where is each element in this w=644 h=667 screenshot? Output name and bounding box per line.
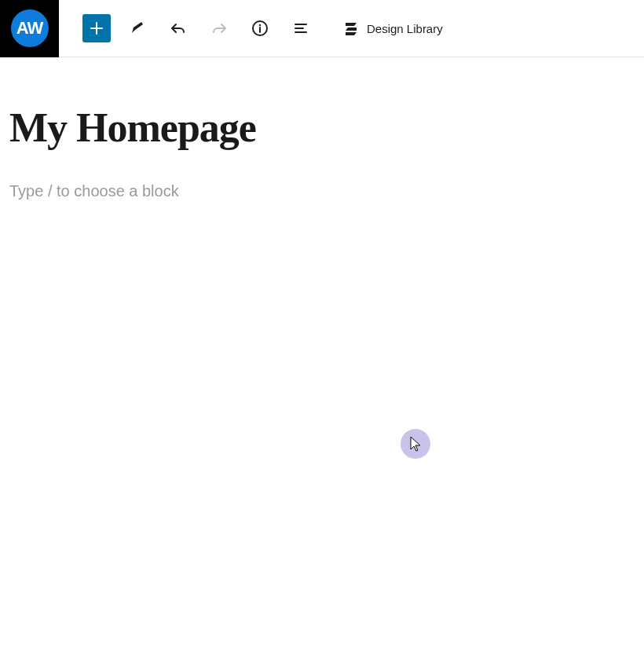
page-title[interactable]: My Homepage bbox=[9, 104, 635, 151]
design-library-button[interactable]: Design Library bbox=[327, 20, 443, 37]
logo-text: AW bbox=[16, 18, 42, 38]
block-placeholder[interactable]: Type / to choose a block bbox=[9, 182, 635, 200]
cursor-icon bbox=[408, 435, 423, 453]
plus-icon bbox=[87, 19, 106, 38]
editor-content: My Homepage Type / to choose a block bbox=[0, 57, 644, 200]
cursor-indicator bbox=[401, 429, 430, 459]
logo-container[interactable]: AW bbox=[0, 0, 59, 57]
edit-button[interactable] bbox=[123, 14, 152, 42]
stack-icon bbox=[343, 20, 359, 37]
toolbar-buttons: Design Library bbox=[59, 14, 443, 42]
editor-toolbar: AW bbox=[0, 0, 644, 57]
redo-button[interactable] bbox=[205, 14, 233, 42]
svg-point-1 bbox=[259, 24, 261, 26]
add-block-button[interactable] bbox=[82, 14, 111, 42]
aw-logo: AW bbox=[11, 9, 49, 47]
info-button[interactable] bbox=[246, 14, 274, 42]
design-library-label: Design Library bbox=[367, 22, 443, 35]
list-icon bbox=[291, 19, 310, 38]
info-icon bbox=[251, 19, 269, 38]
pencil-icon bbox=[128, 19, 147, 38]
undo-icon bbox=[169, 19, 188, 38]
list-view-button[interactable] bbox=[287, 14, 315, 42]
undo-button[interactable] bbox=[164, 14, 192, 42]
redo-icon bbox=[210, 19, 229, 38]
